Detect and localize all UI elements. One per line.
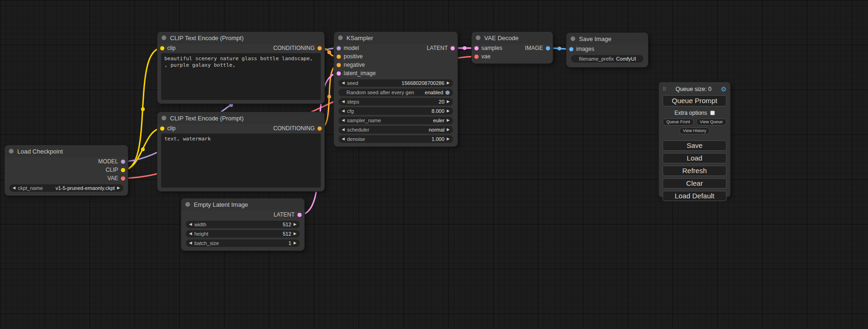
latent-image-input-dot[interactable]: [337, 71, 341, 76]
output-slot-label: IMAGE: [525, 45, 543, 51]
increment-arrow-icon[interactable]: ▶: [117, 184, 120, 192]
view-history-button[interactable]: View History: [679, 127, 710, 134]
node-vae-decode[interactable]: VAE Decode samples IMAGE vae: [472, 32, 553, 63]
collapse-dot-icon[interactable]: [571, 36, 575, 41]
node-title-bar[interactable]: VAE Decode: [472, 32, 553, 44]
refresh-button[interactable]: Refresh: [663, 166, 727, 176]
collapse-dot-icon[interactable]: [162, 35, 166, 40]
decrement-arrow-icon[interactable]: ◀: [342, 98, 345, 105]
conditioning-output-dot[interactable]: [318, 46, 322, 50]
settings-gear-icon[interactable]: ⚙: [720, 86, 727, 92]
increment-arrow-icon[interactable]: ▶: [294, 239, 296, 247]
input-slot-label: positive: [344, 53, 363, 60]
negative-prompt-textarea[interactable]: text, watermark: [161, 133, 321, 188]
clear-button[interactable]: Clear: [663, 178, 727, 189]
seed-widget[interactable]: ◀ seed 156680208700286 ▶: [339, 79, 453, 87]
toggle-knob-icon[interactable]: [445, 91, 450, 95]
sampler-name-widget[interactable]: ◀ sampler_name euler ▶: [339, 117, 453, 124]
drag-handle-icon[interactable]: ⠿: [663, 86, 666, 92]
images-input-dot[interactable]: [569, 47, 573, 51]
clip-output-dot[interactable]: [121, 168, 125, 172]
increment-arrow-icon[interactable]: ▶: [447, 79, 450, 87]
increment-arrow-icon[interactable]: ▶: [294, 230, 296, 238]
input-slot-label: vae: [481, 53, 490, 60]
collapse-dot-icon[interactable]: [476, 35, 480, 40]
increment-arrow-icon[interactable]: ▶: [447, 107, 450, 115]
view-queue-button[interactable]: View Queue: [696, 119, 727, 126]
node-clip-text-encode-negative[interactable]: CLIP Text Encode (Prompt) clip CONDITION…: [157, 112, 325, 191]
node-title-text: KSampler: [346, 35, 373, 42]
decrement-arrow-icon[interactable]: ◀: [342, 135, 345, 143]
scheduler-widget[interactable]: ◀ scheduler normal ▶: [339, 126, 453, 133]
node-empty-latent-image[interactable]: Empty Latent Image LATENT ◀ width 512 ▶ …: [181, 198, 304, 251]
queue-prompt-button[interactable]: Queue Prompt: [663, 95, 727, 106]
node-title-bar[interactable]: CLIP Text Encode (Prompt): [157, 112, 325, 124]
node-graph-canvas[interactable]: { "colors": { "canvas_bg": "#1c1c1c", "n…: [0, 0, 868, 329]
node-title-bar[interactable]: KSampler: [334, 32, 458, 44]
node-title-text: CLIP Text Encode (Prompt): [170, 115, 244, 122]
node-title-bar[interactable]: Save Image: [566, 33, 648, 45]
increment-arrow-icon[interactable]: ▶: [447, 126, 450, 133]
output-slot-label: LATENT: [274, 211, 295, 218]
width-widget[interactable]: ◀ width 512 ▶: [186, 221, 300, 228]
image-output-dot[interactable]: [546, 46, 550, 50]
node-save-image[interactable]: Save Image images filename_prefix ComfyU…: [566, 33, 648, 67]
save-button[interactable]: Save: [663, 140, 727, 151]
positive-prompt-textarea[interactable]: beautiful scenery nature glass bottle la…: [161, 53, 321, 100]
model-input-dot[interactable]: [337, 46, 341, 50]
model-output-dot[interactable]: [121, 160, 125, 164]
increment-arrow-icon[interactable]: ▶: [447, 117, 450, 124]
increment-arrow-icon[interactable]: ▶: [447, 98, 450, 105]
increment-arrow-icon[interactable]: ▶: [447, 135, 450, 143]
increment-arrow-icon[interactable]: ▶: [294, 221, 296, 228]
queue-size-label: Queue size: 0: [666, 86, 720, 92]
height-widget[interactable]: ◀ height 512 ▶: [186, 230, 300, 238]
load-default-button[interactable]: Load Default: [663, 191, 727, 201]
clip-input-dot[interactable]: [160, 126, 164, 131]
link-midpoint-dot: [141, 147, 145, 151]
vae-output-dot[interactable]: [121, 176, 125, 181]
latent-output-dot[interactable]: [451, 46, 455, 50]
input-slot-label: clip: [167, 45, 176, 51]
decrement-arrow-icon[interactable]: ◀: [342, 107, 345, 115]
extra-options-checkbox[interactable]: [710, 111, 715, 115]
node-clip-text-encode-positive[interactable]: CLIP Text Encode (Prompt) clip CONDITION…: [157, 32, 325, 104]
node-ksampler[interactable]: KSampler model LATENT positive negative …: [334, 32, 458, 147]
node-title-bar[interactable]: Load Checkpoint: [5, 145, 128, 157]
samples-input-dot[interactable]: [474, 46, 479, 50]
positive-input-dot[interactable]: [337, 55, 341, 59]
denoise-widget[interactable]: ◀ denoise 1.000 ▶: [339, 135, 453, 143]
collapse-dot-icon[interactable]: [9, 149, 14, 154]
load-button[interactable]: Load: [663, 153, 727, 163]
decrement-arrow-icon[interactable]: ◀: [342, 126, 345, 133]
node-title-bar[interactable]: Empty Latent Image: [181, 198, 304, 210]
collapse-dot-icon[interactable]: [162, 116, 166, 120]
output-slot-label: CLIP: [106, 167, 118, 173]
batch-size-widget[interactable]: ◀ batch_size 1 ▶: [186, 239, 300, 247]
conditioning-output-dot[interactable]: [318, 126, 322, 131]
decrement-arrow-icon[interactable]: ◀: [342, 79, 345, 87]
ckpt-name-widget[interactable]: ◀ ckpt_name v1-5-pruned-emaonly.ckpt ▶: [9, 184, 123, 192]
latent-output-dot[interactable]: [297, 213, 302, 217]
output-slot-label: LATENT: [427, 45, 448, 51]
input-slot-label: negative: [344, 62, 365, 68]
input-slot-label: model: [344, 45, 359, 51]
negative-input-dot[interactable]: [337, 63, 341, 67]
node-load-checkpoint[interactable]: Load Checkpoint MODEL CLIP VAE ◀ ckpt_na…: [5, 145, 128, 196]
collapse-dot-icon[interactable]: [338, 35, 343, 40]
vae-input-dot[interactable]: [474, 55, 479, 59]
decrement-arrow-icon[interactable]: ◀: [189, 221, 192, 228]
output-slot-label: CONDITIONING: [273, 125, 315, 132]
decrement-arrow-icon[interactable]: ◀: [13, 184, 15, 192]
decrement-arrow-icon[interactable]: ◀: [189, 230, 192, 238]
random-seed-toggle-widget[interactable]: Random seed after every gen enabled: [339, 89, 453, 96]
filename-prefix-widget[interactable]: filename_prefix ComfyUI: [571, 55, 643, 63]
decrement-arrow-icon[interactable]: ◀: [342, 117, 345, 124]
decrement-arrow-icon[interactable]: ◀: [189, 239, 192, 247]
queue-front-button[interactable]: Queue Front: [663, 119, 694, 126]
collapse-dot-icon[interactable]: [185, 202, 190, 207]
steps-widget[interactable]: ◀ steps 20 ▶: [339, 98, 453, 105]
cfg-widget[interactable]: ◀ cfg 8.000 ▶: [339, 107, 453, 115]
node-title-bar[interactable]: CLIP Text Encode (Prompt): [157, 32, 325, 44]
clip-input-dot[interactable]: [160, 46, 164, 50]
